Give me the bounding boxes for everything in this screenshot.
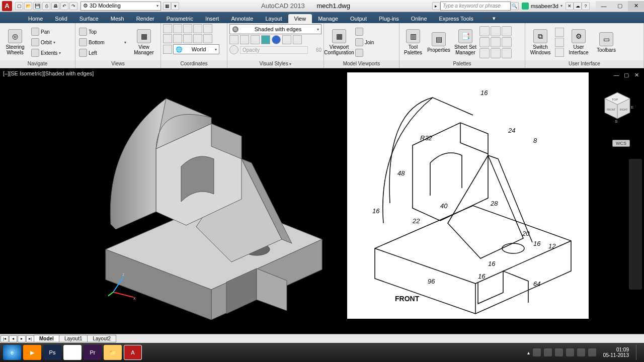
layout-prev-icon[interactable]: ◂ xyxy=(9,335,17,342)
viewport-join-button[interactable]: Join xyxy=(354,37,375,47)
visual-style-dropdown[interactable]: 🔘 Shaded with edges▾ xyxy=(229,24,321,34)
steering-wheels-button[interactable]: ◎ Steering Wheels xyxy=(2,25,28,60)
tab-output[interactable]: Output xyxy=(344,14,373,23)
vs-icon-6[interactable] xyxy=(282,35,291,44)
clock[interactable]: 01:09 05-11-2013 xyxy=(599,347,633,358)
maximize-button[interactable]: ▢ xyxy=(612,1,628,11)
user-signin[interactable]: msabeer3d ▾ xyxy=(519,3,566,10)
tray-volume-icon[interactable] xyxy=(555,348,563,356)
ucs-icon-10[interactable] xyxy=(203,34,212,43)
viewport-named-icon[interactable] xyxy=(354,27,375,37)
autocad-taskbar-icon[interactable]: A xyxy=(124,345,142,360)
ucs-icon-8[interactable] xyxy=(183,34,192,43)
qat-new-icon[interactable]: ▢ xyxy=(15,2,23,10)
view-manager-button[interactable]: ▦ View Manager xyxy=(131,25,157,60)
palette-icon[interactable] xyxy=(502,26,512,36)
views-scroll-icon[interactable]: ▾ xyxy=(124,40,129,45)
search-input[interactable]: Type a keyword or phrase xyxy=(440,2,511,11)
viewport-config-button[interactable]: ▦ Viewport Configuration xyxy=(326,25,352,60)
drawing-canvas[interactable]: [–][SE Isometric][Shaded with edges] — ▢… xyxy=(0,68,644,334)
ucs-icon-2[interactable] xyxy=(173,24,182,33)
tab-plugins[interactable]: Plug-ins xyxy=(373,14,405,23)
ucs-icon-1[interactable] xyxy=(163,24,172,33)
palette-icon[interactable] xyxy=(502,37,512,47)
ucs-icon-7[interactable] xyxy=(173,34,182,43)
cascade-icon[interactable] xyxy=(555,48,564,57)
exchange-icon[interactable]: ✕ xyxy=(566,2,574,10)
qat-open-icon[interactable]: 📂 xyxy=(24,2,32,10)
tab-solid[interactable]: Solid xyxy=(49,14,73,23)
tab-insert[interactable]: Insert xyxy=(199,14,225,23)
photoshop-icon[interactable]: Ps xyxy=(43,345,61,360)
tab-online[interactable]: Online xyxy=(405,14,433,23)
navigation-bar[interactable] xyxy=(629,159,642,290)
wcs-badge[interactable]: WCS xyxy=(612,140,630,147)
chrome-icon[interactable]: ◉ xyxy=(63,345,82,360)
vp-close-icon[interactable]: ✕ xyxy=(633,71,640,78)
workspace-dropdown[interactable]: ⚙ 3D Modeling ▾ xyxy=(80,2,161,11)
palette-icon[interactable] xyxy=(479,48,490,58)
view-top-button[interactable]: Top xyxy=(77,27,123,37)
ucs-icon-6[interactable] xyxy=(163,34,172,43)
tray-flag-icon[interactable] xyxy=(533,348,541,356)
tray-icon[interactable] xyxy=(577,348,585,356)
layout-tab-layout2[interactable]: Layout2 xyxy=(87,335,116,342)
show-desktop-button[interactable] xyxy=(636,345,641,360)
palette-icon[interactable] xyxy=(491,37,501,47)
view-bottom-button[interactable]: Bottom xyxy=(77,37,123,47)
tab-mesh[interactable]: Mesh xyxy=(105,14,130,23)
tab-view[interactable]: View xyxy=(288,14,312,23)
panel-title[interactable]: Visual Styles ▾ xyxy=(227,60,324,67)
qat-undo-icon[interactable]: ↶ xyxy=(60,2,68,10)
vp-maximize-icon[interactable]: ▢ xyxy=(623,71,630,78)
switch-windows-button[interactable]: ⧉Switch Windows xyxy=(527,25,553,60)
layout-last-icon[interactable]: ▸| xyxy=(26,335,34,342)
properties-button[interactable]: ▤Properties xyxy=(426,25,451,60)
palette-icon[interactable] xyxy=(491,26,501,36)
tab-parametric[interactable]: Parametric xyxy=(160,14,199,23)
title-arrow-icon[interactable]: ▸ xyxy=(432,2,440,10)
layout-next-icon[interactable]: ▸ xyxy=(18,335,26,342)
vs-icon-7[interactable] xyxy=(293,35,302,44)
tab-surface[interactable]: Surface xyxy=(73,14,105,23)
opacity-icon[interactable] xyxy=(229,45,238,54)
palette-icon[interactable] xyxy=(502,48,512,58)
vs-icon-3[interactable] xyxy=(251,35,260,44)
vs-icon-4[interactable] xyxy=(261,35,270,44)
tile-v-icon[interactable] xyxy=(555,38,564,47)
viewport-label[interactable]: [–][SE Isometric][Shaded with edges] xyxy=(3,70,94,76)
search-button-icon[interactable]: 🔍 xyxy=(511,2,519,10)
vp-minimize-icon[interactable]: — xyxy=(613,71,620,78)
ucs-icon-3[interactable] xyxy=(183,24,192,33)
layout-first-icon[interactable]: |◂ xyxy=(1,335,9,342)
tab-manage[interactable]: Manage xyxy=(312,14,344,23)
tray-icon[interactable] xyxy=(566,348,574,356)
qat-save-icon[interactable]: 💾 xyxy=(33,2,41,10)
qat-redo-icon[interactable]: ↷ xyxy=(69,2,77,10)
palette-icon[interactable] xyxy=(479,26,490,36)
layout-tab-model[interactable]: Model xyxy=(34,335,59,342)
tab-express[interactable]: Express Tools xyxy=(433,14,479,23)
tab-layout[interactable]: Layout xyxy=(259,14,288,23)
close-button[interactable]: ✕ xyxy=(628,1,644,11)
vs-sphere-icon[interactable] xyxy=(272,35,281,44)
orbit-button[interactable]: Orbit▾ xyxy=(30,37,62,47)
ucs-icon-5[interactable] xyxy=(203,24,212,33)
tab-home[interactable]: Home xyxy=(22,14,49,23)
qat-extra1-icon[interactable]: ▦ xyxy=(163,2,171,10)
autodesk360-icon[interactable]: ☁ xyxy=(574,2,582,10)
pan-button[interactable]: Pan xyxy=(30,27,62,37)
palette-icon[interactable] xyxy=(479,37,490,47)
extents-button[interactable]: Extents▾ xyxy=(30,48,62,58)
ie-icon[interactable]: e xyxy=(3,345,21,360)
tool-palettes-button[interactable]: ▥Tool Palettes xyxy=(401,25,425,60)
viewport-restore-icon[interactable] xyxy=(354,48,375,58)
ucs-world-dropdown[interactable]: 🌐 World▾ xyxy=(173,44,219,54)
tab-overflow-icon[interactable]: ▪️▾ xyxy=(479,14,502,23)
minimize-button[interactable]: — xyxy=(596,1,612,11)
tab-annotate[interactable]: Annotate xyxy=(225,14,259,23)
sheetset-manager-button[interactable]: 📑Sheet Set Manager xyxy=(453,25,478,60)
ucs-icon-9[interactable] xyxy=(193,34,202,43)
ucs-icon-11[interactable] xyxy=(163,45,172,54)
explorer-icon[interactable]: 📁 xyxy=(104,345,122,360)
